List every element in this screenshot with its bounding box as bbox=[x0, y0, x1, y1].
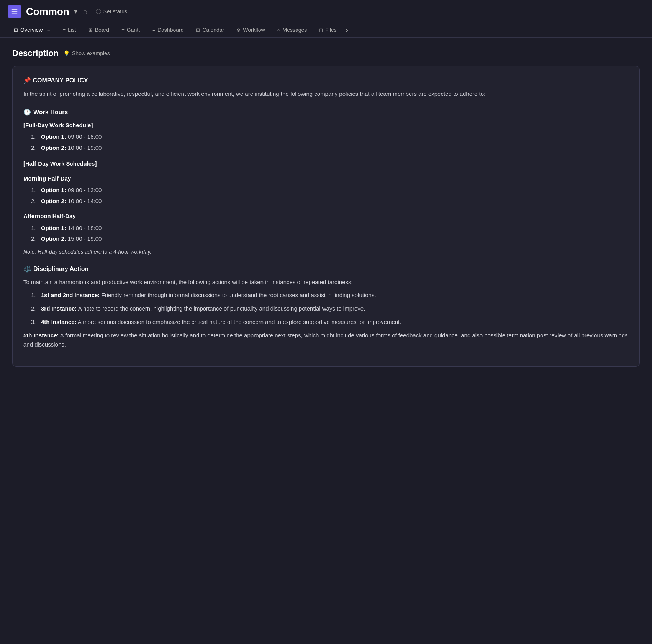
list-item: 2. Option 2: 15:00 - 19:00 bbox=[23, 234, 629, 244]
afternoon-options: 1. Option 1: 14:00 - 18:00 2. Option 2: … bbox=[23, 223, 629, 244]
list-icon: ≡ bbox=[62, 27, 66, 33]
list-item: 3. 4th Instance: A more serious discussi… bbox=[23, 317, 629, 327]
svg-rect-1 bbox=[12, 11, 18, 12]
work-hours-section: 🕐 Work Hours [Full-Day Work Schedule] 1.… bbox=[23, 107, 629, 256]
tab-list-label: List bbox=[68, 27, 76, 33]
tab-files-label: Files bbox=[325, 27, 337, 33]
tab-messages-label: Messages bbox=[282, 27, 307, 33]
tab-calendar-label: Calendar bbox=[202, 27, 224, 33]
tab-overview[interactable]: ⊡ Overview ··· bbox=[8, 23, 56, 38]
tab-list[interactable]: ≡ List bbox=[56, 23, 82, 38]
half-day-note: Note: Half-day schedules adhere to a 4-h… bbox=[23, 248, 629, 256]
app-icon bbox=[8, 5, 21, 18]
description-title: Description bbox=[12, 48, 59, 58]
show-examples-label: Show examples bbox=[72, 50, 110, 56]
tab-gantt[interactable]: ≡ Gantt bbox=[115, 23, 146, 38]
full-day-title: [Full-Day Work Schedule] bbox=[23, 121, 629, 130]
list-item: 1. Option 1: 14:00 - 18:00 bbox=[23, 223, 629, 233]
set-status-button[interactable]: Set status bbox=[96, 8, 127, 15]
svg-rect-2 bbox=[12, 13, 18, 13]
app-title: Common bbox=[26, 6, 69, 18]
morning-half-day-title: Morning Half-Day bbox=[23, 174, 629, 184]
list-item: 1. Option 1: 09:00 - 18:00 bbox=[23, 132, 629, 142]
description-header: Description 💡 Show examples bbox=[12, 48, 640, 58]
list-item: 1. Option 1: 09:00 - 13:00 bbox=[23, 186, 629, 195]
gantt-icon: ≡ bbox=[121, 27, 125, 33]
status-circle-icon bbox=[96, 9, 101, 14]
tabs-overflow-icon[interactable]: › bbox=[343, 26, 351, 34]
fifth-instance-text: 5th Instance: A formal meeting to review… bbox=[23, 331, 629, 350]
list-item: 2. 3rd Instance: A note to record the co… bbox=[23, 304, 629, 314]
board-icon: ⊞ bbox=[88, 27, 93, 33]
tab-dashboard[interactable]: ⌁ Dashboard bbox=[146, 23, 190, 38]
disciplinary-intro: To maintain a harmonious and productive … bbox=[23, 278, 629, 287]
half-day-title: [Half-Day Work Schedules] bbox=[23, 159, 629, 169]
tab-board[interactable]: ⊞ Board bbox=[82, 23, 115, 38]
tab-messages[interactable]: ○ Messages bbox=[271, 23, 313, 38]
list-item: 2. Option 2: 10:00 - 14:00 bbox=[23, 197, 629, 206]
workflow-icon: ⊙ bbox=[236, 27, 241, 33]
policy-title: 📌 COMPANY POLICY bbox=[23, 76, 629, 85]
dashboard-icon: ⌁ bbox=[152, 27, 155, 33]
files-icon: ⊓ bbox=[319, 27, 323, 33]
chevron-down-icon[interactable]: ▾ bbox=[74, 7, 77, 16]
tab-gantt-label: Gantt bbox=[127, 27, 140, 33]
afternoon-half-day-title: Afternoon Half-Day bbox=[23, 212, 629, 221]
policy-card: 📌 COMPANY POLICY In the spirit of promot… bbox=[12, 66, 640, 367]
full-day-options: 1. Option 1: 09:00 - 18:00 2. Option 2: … bbox=[23, 132, 629, 153]
morning-options: 1. Option 1: 09:00 - 13:00 2. Option 2: … bbox=[23, 186, 629, 206]
disciplinary-actions-list: 1. 1st and 2nd Instance: Friendly remind… bbox=[23, 291, 629, 327]
policy-title-emoji: 📌 bbox=[23, 77, 31, 84]
star-icon[interactable]: ☆ bbox=[82, 7, 88, 16]
main-content: Description 💡 Show examples 📌 COMPANY PO… bbox=[0, 38, 652, 378]
list-item: 1. 1st and 2nd Instance: Friendly remind… bbox=[23, 291, 629, 300]
tab-board-label: Board bbox=[95, 27, 109, 33]
svg-rect-0 bbox=[12, 9, 18, 10]
list-item: 2. Option 2: 10:00 - 19:00 bbox=[23, 143, 629, 153]
overview-icon: ⊡ bbox=[14, 27, 18, 33]
set-status-label: Set status bbox=[103, 8, 127, 15]
disciplinary-action-section: ⚖️ Disciplinary Action To maintain a har… bbox=[23, 264, 629, 350]
policy-title-text: COMPANY POLICY bbox=[33, 77, 88, 84]
work-hours-title: 🕐 Work Hours bbox=[23, 107, 629, 117]
tab-calendar[interactable]: ⊡ Calendar bbox=[190, 23, 230, 38]
tab-workflow[interactable]: ⊙ Workflow bbox=[230, 23, 271, 38]
bulb-icon: 💡 bbox=[63, 50, 70, 56]
policy-intro: In the spirit of promoting a collaborati… bbox=[23, 89, 629, 99]
title-bar: Common ▾ ☆ Set status bbox=[0, 0, 652, 23]
disciplinary-title: ⚖️ Disciplinary Action bbox=[23, 264, 629, 274]
tab-workflow-label: Workflow bbox=[243, 27, 265, 33]
clock-icon: 🕐 bbox=[23, 107, 31, 117]
tab-overview-label: Overview bbox=[20, 27, 43, 33]
tab-dashboard-label: Dashboard bbox=[157, 27, 184, 33]
tab-files[interactable]: ⊓ Files bbox=[313, 23, 343, 38]
tab-overview-more[interactable]: ··· bbox=[46, 27, 50, 33]
navigation-tabs: ⊡ Overview ··· ≡ List ⊞ Board ≡ Gantt ⌁ … bbox=[0, 23, 652, 38]
calendar-icon: ⊡ bbox=[196, 27, 200, 33]
messages-icon: ○ bbox=[277, 27, 280, 33]
scales-icon: ⚖️ bbox=[23, 264, 31, 274]
show-examples-button[interactable]: 💡 Show examples bbox=[63, 50, 110, 56]
